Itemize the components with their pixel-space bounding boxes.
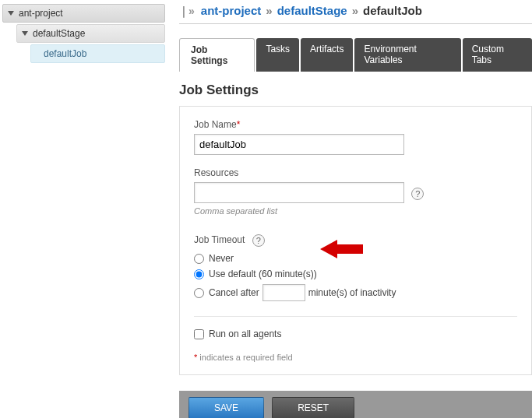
settings-form: Job Name* Resources ? Comma separated li…	[179, 106, 532, 375]
tree-stage[interactable]: defaultStage	[16, 24, 165, 43]
timeout-cancel-row[interactable]: Cancel after minute(s) of inactivity	[194, 282, 517, 304]
run-all-agents-row[interactable]: Run on all agents	[194, 326, 517, 342]
timeout-label: Job Timeout ?	[194, 234, 517, 247]
chevron-down-icon	[8, 11, 14, 16]
run-all-agents-checkbox[interactable]	[194, 329, 204, 339]
breadcrumb-project[interactable]: ant-project	[201, 4, 262, 17]
breadcrumb-icon: ❘»	[179, 5, 195, 17]
button-bar: SAVE RESET	[179, 391, 532, 418]
breadcrumb: ❘» ant-project » defaultStage » defaultJ…	[179, 4, 532, 24]
resources-hint: Comma separated list	[194, 206, 517, 216]
tab-job-settings[interactable]: Job Settings	[179, 38, 255, 72]
help-icon[interactable]: ?	[252, 234, 265, 247]
tree-job[interactable]: defaultJob	[30, 44, 165, 63]
tab-tasks[interactable]: Tasks	[256, 38, 299, 72]
resources-label: Resources	[194, 167, 517, 178]
reset-button[interactable]: RESET	[272, 397, 354, 418]
tree-stage-label: defaultStage	[33, 28, 85, 39]
page-title: Job Settings	[179, 83, 532, 98]
main-content: ❘» ant-project » defaultStage » defaultJ…	[167, 0, 532, 418]
timeout-never-radio[interactable]	[194, 254, 204, 264]
resources-input[interactable]	[194, 182, 404, 203]
tab-bar: Job Settings Tasks Artifacts Environment…	[179, 38, 532, 72]
timeout-cancel-radio[interactable]	[194, 288, 204, 298]
job-name-input[interactable]	[194, 134, 404, 155]
timeout-never-row[interactable]: Never	[194, 251, 517, 266]
breadcrumb-job: defaultJob	[363, 4, 422, 17]
timeout-minutes-input[interactable]	[262, 284, 305, 301]
tree-project-label: ant-project	[19, 8, 63, 19]
tree-project[interactable]: ant-project	[2, 4, 165, 23]
required-note: * indicates a required field	[194, 353, 517, 362]
job-name-label: Job Name*	[194, 119, 517, 130]
chevron-down-icon	[22, 31, 28, 36]
breadcrumb-stage[interactable]: defaultStage	[277, 4, 347, 17]
timeout-default-radio[interactable]	[194, 269, 204, 279]
help-icon[interactable]: ?	[411, 188, 424, 200]
tab-custom-tabs[interactable]: Custom Tabs	[463, 38, 532, 72]
tab-env-vars[interactable]: Environment Variables	[354, 38, 460, 72]
timeout-default-row[interactable]: Use default (60 minute(s))	[194, 266, 517, 282]
tab-artifacts[interactable]: Artifacts	[301, 38, 353, 72]
tree-job-label: defaultJob	[44, 48, 86, 59]
save-button[interactable]: SAVE	[188, 397, 264, 418]
sidebar: ant-project defaultStage defaultJob	[0, 0, 167, 418]
